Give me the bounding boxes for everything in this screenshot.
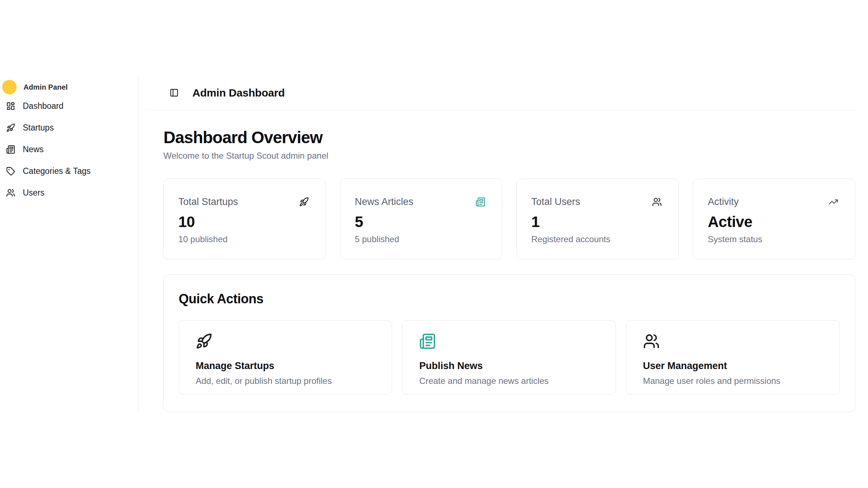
page-subtitle: Welcome to the Startup Scout admin panel xyxy=(163,151,855,161)
stat-subtext: System status xyxy=(708,234,838,244)
sidebar-item-startups[interactable]: Startups xyxy=(0,117,138,138)
stat-card-total-startups: Total Startups 10 10 published xyxy=(163,179,326,260)
stat-value: 1 xyxy=(531,213,662,231)
trending-up-icon xyxy=(829,197,838,207)
stat-value: Active xyxy=(708,213,838,231)
stat-subtext: 5 published xyxy=(355,234,485,244)
sidebar-item-users[interactable]: Users xyxy=(0,182,138,204)
quick-action-user-management[interactable]: User Management Manage user roles and pe… xyxy=(626,320,839,394)
quick-actions-panel: Quick Actions Manage Startups Add, edit,… xyxy=(163,274,855,412)
main-area: Admin Dashboard Dashboard Overview Welco… xyxy=(139,76,868,412)
newspaper-icon xyxy=(476,197,485,207)
stat-label: Activity xyxy=(708,196,739,207)
rocket-icon xyxy=(6,123,15,132)
stat-subtext: 10 published xyxy=(178,234,309,244)
app-container: Admin Panel Dashboard Startups News Cate… xyxy=(0,76,868,412)
quick-action-title: Manage Startups xyxy=(196,360,381,372)
sidebar-item-news[interactable]: News xyxy=(0,138,138,160)
quick-action-description: Manage user roles and permissions xyxy=(643,376,828,386)
users-icon xyxy=(652,197,662,207)
quick-action-title: User Management xyxy=(643,360,828,372)
quick-action-publish-news[interactable]: Publish News Create and manage news arti… xyxy=(402,320,616,394)
stat-card-total-users: Total Users 1 Registered accounts xyxy=(516,179,679,260)
quick-action-description: Create and manage news articles xyxy=(419,376,604,386)
panel-left-icon xyxy=(170,88,179,97)
brand-name: Admin Panel xyxy=(24,83,68,91)
sidebar-nav: Dashboard Startups News Categories & Tag… xyxy=(0,95,138,204)
page-title: Dashboard Overview xyxy=(163,128,855,147)
stat-label: Total Startups xyxy=(178,196,238,207)
sidebar-item-label: Categories & Tags xyxy=(23,166,91,176)
stat-card-news-articles: News Articles 5 5 published xyxy=(340,179,502,260)
sidebar-item-dashboard[interactable]: Dashboard xyxy=(0,95,138,117)
quick-action-description: Add, edit, or publish startup profiles xyxy=(196,376,381,386)
quick-actions-row: Manage Startups Add, edit, or publish st… xyxy=(179,320,839,394)
sidebar-item-label: Dashboard xyxy=(23,101,64,111)
quick-action-manage-startups[interactable]: Manage Startups Add, edit, or publish st… xyxy=(179,320,392,394)
sidebar: Admin Panel Dashboard Startups News Cate… xyxy=(0,76,139,412)
tag-icon xyxy=(6,167,15,176)
newspaper-icon xyxy=(6,145,15,154)
stat-card-activity: Activity Active System status xyxy=(693,179,855,260)
dashboard-content: Dashboard Overview Welcome to the Startu… xyxy=(139,110,868,412)
rocket-icon xyxy=(299,197,309,207)
sidebar-toggle-button[interactable] xyxy=(169,87,179,98)
users-icon xyxy=(643,333,660,350)
stat-label: News Articles xyxy=(355,196,413,207)
sidebar-item-label: Startups xyxy=(23,123,54,133)
sidebar-item-categories-tags[interactable]: Categories & Tags xyxy=(0,160,138,182)
header-title: Admin Dashboard xyxy=(192,87,285,99)
layout-dashboard-icon xyxy=(6,102,15,111)
quick-actions-title: Quick Actions xyxy=(179,291,839,307)
stats-row: Total Startups 10 10 published News Arti… xyxy=(163,179,855,260)
quick-action-title: Publish News xyxy=(419,360,604,372)
sidebar-item-label: Users xyxy=(23,188,44,198)
sidebar-item-label: News xyxy=(23,145,44,154)
stat-label: Total Users xyxy=(531,196,580,207)
stat-value: 10 xyxy=(178,213,309,231)
rocket-icon xyxy=(196,333,212,350)
sidebar-brand: Admin Panel xyxy=(0,79,138,95)
users-icon xyxy=(6,188,15,197)
page-header: Admin Dashboard xyxy=(149,76,855,110)
brand-logo xyxy=(2,80,17,94)
stat-value: 5 xyxy=(355,213,485,231)
newspaper-icon xyxy=(419,333,436,350)
stat-subtext: Registered accounts xyxy=(531,234,662,244)
